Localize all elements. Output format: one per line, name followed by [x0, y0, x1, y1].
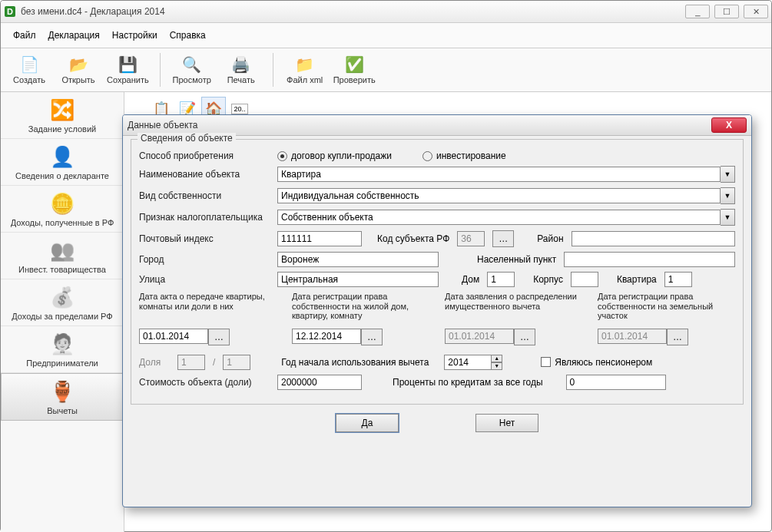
house-label: Дом [462, 274, 479, 285]
d1-cal-button[interactable]: … [208, 329, 230, 345]
open-folder-icon: 📂 [69, 55, 88, 74]
tb-create[interactable]: 📄Создать [8, 50, 50, 90]
d4-input [598, 329, 667, 344]
post-input[interactable] [277, 231, 362, 246]
menu-settings[interactable]: Настройки [106, 28, 164, 42]
district-label: Район [537, 233, 563, 244]
street-input[interactable] [277, 272, 439, 287]
sidebar-item-income-abroad[interactable]: 💰Доходы за пределами РФ [1, 279, 124, 326]
taxpayer-combo[interactable] [277, 210, 721, 225]
toolbar-sep [160, 53, 161, 87]
close-button[interactable]: ✕ [744, 5, 768, 18]
sidebar-item-entrepreneur[interactable]: 🧑‍💼Предприниматели [1, 326, 124, 373]
save-icon: 💾 [118, 55, 137, 74]
tb-print[interactable]: 🖨️Печать [220, 50, 262, 90]
name-label: Наименование объекта [139, 169, 270, 180]
cost-input[interactable] [277, 375, 362, 390]
d2-label: Дата регистрации права собственности на … [292, 292, 429, 321]
print-icon: 🖨️ [232, 55, 250, 74]
settlement-input[interactable] [564, 252, 735, 267]
cancel-button[interactable]: Нет [475, 414, 538, 432]
person-icon: 👤 [49, 144, 75, 170]
coins-icon: 🪙 [49, 190, 75, 216]
tb-open[interactable]: 📂Открыть [58, 50, 99, 90]
minimize-button[interactable]: ⎯ [685, 5, 710, 18]
vase-icon: 🏺 [49, 378, 75, 405]
sidebar-item-income-rf[interactable]: 🪙Доходы, полученные в РФ [1, 186, 124, 233]
moneybag-icon: 💰 [49, 284, 75, 310]
d2-cal-button[interactable]: … [361, 329, 383, 345]
titlebar: D без имени.dc4 - Декларация 2014 ⎯ ☐ ✕ [1, 1, 771, 23]
d1-input[interactable] [139, 329, 208, 344]
post-label: Почтовый индекс [139, 233, 270, 244]
object-data-dialog: Данные объекта X Сведения об объекте Спо… [122, 114, 752, 507]
tree-icon: 🔀 [49, 97, 75, 123]
tb-xml[interactable]: 📁Файл xml [284, 50, 326, 90]
name-combo[interactable] [277, 167, 721, 182]
group-title: Сведения об объекте [138, 133, 236, 144]
cost-label: Стоимость объекта (доли) [139, 377, 270, 388]
dialog-close-button[interactable]: X [711, 117, 747, 133]
pension-checkbox[interactable]: Являюсь пенсионером [541, 357, 652, 368]
d4-cal-button[interactable]: … [667, 329, 688, 345]
svg-text:D: D [7, 7, 13, 16]
tb-save[interactable]: 💾Сохранить [107, 50, 149, 90]
year-input[interactable] [444, 355, 492, 370]
spin-down-icon[interactable]: ▼ [492, 362, 502, 370]
d2-input[interactable] [292, 329, 361, 344]
check-icon: ✅ [345, 55, 363, 74]
d4-label: Дата регистрации права собственности на … [598, 292, 735, 321]
district-input[interactable] [572, 231, 735, 246]
menu-declaration[interactable]: Декларация [42, 28, 106, 42]
region-browse-button[interactable]: … [492, 230, 514, 247]
city-input[interactable] [277, 252, 439, 267]
sidebar: 🔀Задание условий 👤Сведения о декларанте … [1, 92, 124, 532]
menu-file[interactable]: Файл [7, 28, 42, 42]
d3-label: Дата заявления о распределении имуществе… [445, 292, 582, 311]
tb-check[interactable]: ✅Проверить [333, 50, 376, 90]
region-label: Код субъекта РФ [377, 233, 449, 244]
share-den [223, 355, 250, 370]
share-num [177, 355, 205, 370]
business-icon: 🧑‍💼 [49, 331, 75, 357]
preview-icon: 🔍 [183, 55, 201, 74]
new-file-icon: 📄 [20, 55, 38, 74]
acq-label: Способ приобретения [139, 150, 270, 161]
spin-up-icon[interactable]: ▲ [492, 355, 502, 362]
group-icon: 👥 [49, 237, 75, 263]
taxpayer-drop-icon[interactable]: ▼ [721, 209, 735, 226]
app-icon: D [4, 5, 16, 18]
name-drop-icon[interactable]: ▼ [721, 166, 735, 183]
d1-label: Дата акта о передаче квартиры, комнаты и… [139, 292, 277, 311]
tb-preview[interactable]: 🔍Просмотр [171, 50, 213, 90]
flat-label: Квартира [617, 274, 657, 285]
window-title: без имени.dc4 - Декларация 2014 [21, 6, 165, 17]
owntype-combo[interactable] [277, 188, 721, 203]
sidebar-item-deductions[interactable]: 🏺Вычеты [1, 373, 124, 421]
interest-input[interactable] [566, 375, 666, 390]
owntype-drop-icon[interactable]: ▼ [721, 187, 735, 204]
main-toolbar: 📄Создать 📂Открыть 💾Сохранить 🔍Просмотр 🖨… [1, 48, 771, 92]
interest-label: Проценты по кредитам за все годы [393, 377, 543, 388]
xml-icon: 📁 [296, 55, 314, 74]
house-input[interactable] [487, 272, 515, 287]
object-info-group: Сведения об объекте Способ приобретения … [131, 139, 744, 405]
radio-purchase[interactable]: договор купли-продажи [277, 150, 392, 161]
year-label: Год начала использования вычета [281, 357, 429, 368]
app-window: D без имени.dc4 - Декларация 2014 ⎯ ☐ ✕ … [0, 0, 772, 532]
taxpayer-label: Признак налогоплательщика [139, 212, 270, 223]
sidebar-item-declarant[interactable]: 👤Сведения о декларанте [1, 139, 124, 186]
owntype-label: Вид собственности [139, 190, 270, 201]
maximize-button[interactable]: ☐ [714, 5, 739, 18]
menu-help[interactable]: Справка [164, 28, 212, 42]
d3-cal-button[interactable]: … [514, 329, 535, 345]
menubar: Файл Декларация Настройки Справка [1, 23, 771, 48]
building-input[interactable] [571, 272, 598, 287]
flat-input[interactable] [664, 272, 692, 287]
sidebar-item-invest[interactable]: 👥Инвест. товарищества [1, 233, 124, 279]
share-label: Доля [139, 357, 170, 368]
region-input [457, 231, 485, 246]
ok-button[interactable]: Да [336, 414, 399, 432]
sidebar-item-conditions[interactable]: 🔀Задание условий [1, 92, 124, 139]
radio-invest[interactable]: инвестирование [422, 150, 506, 161]
